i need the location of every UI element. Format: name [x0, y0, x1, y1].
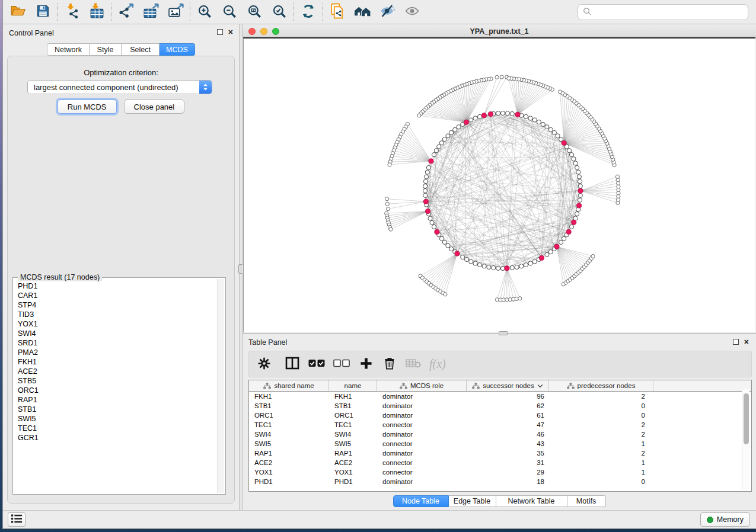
table-row[interactable]: STB1STB1dominator620 — [249, 401, 751, 411]
table-row[interactable]: FKH1FKH1dominator962 — [249, 392, 751, 401]
zoom-selected-button[interactable] — [267, 1, 292, 23]
cell-predecessor-nodes: 0 — [549, 402, 653, 409]
mcds-result-item[interactable]: SWI5 — [18, 414, 217, 424]
mcds-result-item[interactable]: STB5 — [18, 376, 217, 386]
criterion-dropdown[interactable]: largest connected component (undirected) — [27, 80, 212, 94]
refresh-view-button[interactable] — [296, 1, 321, 23]
mcds-result-item[interactable]: ACE2 — [18, 367, 217, 376]
mcds-result-item[interactable]: SWI4 — [18, 329, 217, 338]
table-scrollbar[interactable] — [742, 389, 749, 489]
zoom-in-button[interactable] — [192, 1, 217, 23]
run-mcds-button[interactable]: Run MCDS — [58, 100, 117, 114]
table-row[interactable]: RAP1RAP1dominator352 — [249, 448, 751, 458]
memory-button[interactable]: Memory — [700, 512, 750, 527]
cell-successor-nodes: 31 — [467, 459, 549, 466]
right-region: YPA_prune.txt_1 Table Panel × — [243, 24, 756, 510]
mcds-result-item[interactable]: YOX1 — [18, 319, 217, 329]
close-table-panel-icon[interactable]: × — [744, 339, 749, 345]
legend-button[interactable] — [8, 512, 25, 527]
column-header-MCDS-role[interactable]: MCDS role — [377, 380, 467, 391]
mcds-result-item[interactable]: STP4 — [18, 300, 217, 310]
network-titlebar[interactable]: YPA_prune.txt_1 — [243, 25, 756, 37]
mcds-result-item[interactable]: ORC1 — [18, 386, 217, 395]
mcds-result-item[interactable]: STB1 — [18, 405, 217, 414]
export-network-button[interactable] — [113, 1, 138, 23]
table-panel-tabs: Node TableEdge TableNetwork TableMotifs — [243, 495, 756, 507]
show-all-button[interactable] — [400, 1, 425, 23]
tab-node-table[interactable]: Node Table — [393, 495, 449, 507]
cell-shared-name: SWI4 — [249, 431, 329, 438]
mcds-result-item[interactable]: FKH1 — [18, 357, 217, 367]
export-table-button[interactable] — [138, 1, 163, 23]
refresh-icon — [301, 4, 316, 21]
first-neighbors-button[interactable] — [350, 1, 375, 23]
mcds-result-item[interactable]: TEC1 — [18, 424, 217, 433]
column-header-shared-name[interactable]: shared name — [249, 380, 329, 391]
column-label: name — [344, 382, 362, 389]
float-table-panel-icon[interactable] — [733, 339, 739, 345]
table-panel-title: Table Panel — [248, 338, 287, 347]
export-image-button[interactable] — [163, 1, 188, 23]
tab-network[interactable]: Network — [47, 43, 90, 56]
table-row[interactable]: PHD1PHD1dominator180 — [249, 477, 751, 486]
mcds-result-item[interactable]: GCR1 — [18, 433, 217, 443]
function-builder-button[interactable]: f(x) — [429, 354, 446, 374]
float-panel-icon[interactable] — [217, 29, 223, 35]
import-network-button[interactable] — [59, 1, 84, 23]
mcds-result-item[interactable]: SRD1 — [18, 338, 217, 348]
column-label: successor nodes — [483, 382, 534, 389]
open-file-button[interactable] — [5, 1, 30, 23]
select-all-button[interactable] — [308, 354, 325, 374]
column-header-predecessor-nodes[interactable]: predecessor nodes — [549, 380, 653, 391]
table-row[interactable]: SWI5SWI5connector431 — [249, 439, 751, 448]
add-column-button[interactable] — [358, 354, 374, 374]
mcds-result-item[interactable]: CAR1 — [18, 291, 217, 300]
tab-edge-table[interactable]: Edge Table — [449, 495, 496, 507]
table-row[interactable]: TEC1TEC1connector472 — [249, 420, 751, 430]
mcds-result-item[interactable]: PHD1 — [18, 281, 217, 291]
clone-network-button[interactable] — [325, 1, 350, 23]
delete-table-button[interactable] — [406, 354, 421, 374]
tab-network-table[interactable]: Network Table — [496, 495, 567, 507]
search-input[interactable] — [595, 8, 743, 17]
zoom-out-button[interactable] — [217, 1, 242, 23]
result-scrollbar[interactable] — [217, 279, 224, 493]
cell-successor-nodes: 61 — [467, 412, 549, 419]
toolbar-separator — [57, 3, 58, 21]
column-header-successor-nodes[interactable]: successor nodes — [467, 380, 549, 391]
mcds-result-item[interactable]: TID3 — [18, 310, 217, 319]
hierarchy-icon — [400, 383, 407, 389]
tab-style[interactable]: Style — [90, 43, 122, 56]
tab-motifs[interactable]: Motifs — [567, 495, 606, 507]
split-view-button[interactable] — [285, 354, 300, 374]
save-session-button[interactable] — [30, 1, 55, 23]
horizontal-splitter-handle[interactable] — [499, 331, 508, 335]
cell-predecessor-nodes: 2 — [549, 421, 653, 428]
cell-predecessor-nodes: 0 — [549, 478, 653, 485]
table-row[interactable]: ORC1ORC1dominator610 — [249, 411, 751, 420]
cell-shared-name: ORC1 — [249, 412, 329, 419]
delete-column-button[interactable] — [382, 354, 397, 374]
table-row[interactable]: SWI4SWI4dominator462 — [249, 430, 751, 439]
unchecked-boxes-icon — [333, 359, 350, 369]
cell-name: FKH1 — [329, 393, 377, 400]
tab-select[interactable]: Select — [122, 43, 160, 56]
tab-mcds[interactable]: MCDS — [160, 43, 195, 56]
table-scrollbar-thumb[interactable] — [744, 393, 749, 444]
zoom-fit-button[interactable] — [242, 1, 267, 23]
cell-successor-nodes: 43 — [467, 440, 549, 447]
mcds-result-item[interactable]: RAP1 — [18, 395, 217, 405]
import-table-button[interactable] — [84, 1, 109, 23]
mcds-result-item[interactable]: PMA2 — [18, 348, 217, 357]
close-panel-icon[interactable]: × — [228, 29, 233, 35]
deselect-all-button[interactable] — [333, 354, 350, 374]
column-settings-button[interactable] — [256, 354, 272, 374]
network-canvas[interactable] — [243, 37, 755, 332]
cell-name: SWI4 — [329, 431, 377, 438]
table-row[interactable]: ACE2ACE2connector311 — [249, 458, 751, 467]
table-row[interactable]: YOX1YOX1connector291 — [249, 467, 751, 477]
column-header-name[interactable]: name — [329, 380, 377, 391]
close-panel-button[interactable]: Close panel — [124, 100, 185, 114]
hide-selected-button[interactable] — [375, 1, 400, 23]
table-body: FKH1FKH1dominator962STB1STB1dominator620… — [249, 392, 751, 491]
